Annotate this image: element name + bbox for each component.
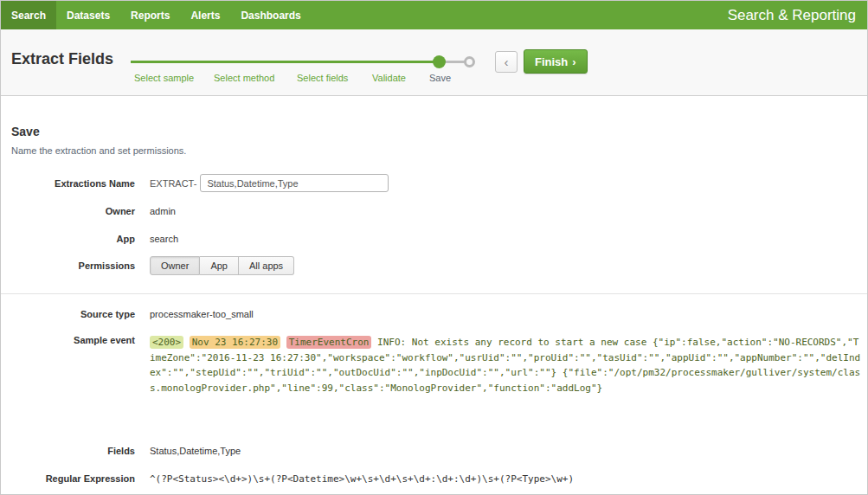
extract-fields-page: Search Datasets Reports Alerts Dashboard… (0, 0, 868, 495)
permissions-row: Permissions Owner App All apps (1, 256, 868, 275)
app-label: App (1, 234, 135, 244)
sample-event-text: <200> Nov 23 16:27:30 TimerEventCron INF… (150, 336, 860, 394)
step-save: Save (429, 73, 451, 83)
nav-item-reports[interactable]: Reports (120, 1, 180, 29)
back-button[interactable] (495, 51, 518, 73)
source-type-label: Source type (1, 309, 135, 319)
finish-button-label: Finish (535, 55, 568, 68)
chevron-left-icon (505, 55, 509, 69)
stepper-track-complete (131, 61, 440, 63)
permissions-button-group: Owner App All apps (150, 256, 294, 275)
sample-event-row: Sample event <200> Nov 23 16:27:30 Timer… (1, 335, 868, 395)
fields-row: FieldsStatus,Datetime,Type (1, 446, 868, 456)
regex-label: Regular Expression (1, 473, 135, 484)
source-type-row: Source typeprocessmaker-too_small (1, 309, 868, 319)
stepper-end-dot (464, 56, 475, 68)
permissions-label: Permissions (1, 256, 135, 271)
permissions-app-button[interactable]: App (200, 256, 239, 275)
extraction-name-prefix: EXTRACT- (150, 178, 196, 189)
owner-label: Owner (1, 206, 135, 216)
owner-value: admin (150, 206, 176, 216)
page-title: Extract Fields (11, 50, 113, 68)
step-select-fields[interactable]: Select fields (297, 73, 348, 83)
fields-label: Fields (1, 446, 135, 456)
source-type-value: processmaker-too_small (150, 309, 254, 319)
top-nav: Search Datasets Reports Alerts Dashboard… (1, 1, 867, 29)
nav-item-dashboards[interactable]: Dashboards (230, 1, 311, 29)
regex-value: ^(?P<Status><\d+>)\s+(?P<Datetime>\w+\s+… (150, 473, 574, 485)
step-select-sample[interactable]: Select sample (134, 73, 194, 83)
highlight-status-field: <200> (150, 336, 183, 349)
stepper-current-dot (433, 55, 446, 68)
nav-item-datasets[interactable]: Datasets (56, 1, 120, 29)
extractions-name-label: Extractions Name (1, 174, 135, 189)
extractions-name-row: Extractions Name EXTRACT- (1, 174, 868, 192)
chevron-right-icon (568, 55, 575, 68)
step-select-method[interactable]: Select method (214, 73, 274, 83)
app-value: search (150, 234, 178, 244)
fields-value: Status,Datetime,Type (150, 446, 241, 456)
app-row: Appsearch (1, 234, 868, 244)
owner-row: Owneradmin (1, 206, 868, 216)
highlight-type-field: TimerEventCron (286, 336, 372, 349)
section-subtitle: Name the extraction and set permissions. (11, 145, 186, 156)
finish-button[interactable]: Finish (524, 49, 588, 74)
page-header: Extract Fields Select sample Select meth… (1, 29, 867, 96)
app-title: Search & Reporting (728, 1, 867, 29)
sample-event-label: Sample event (1, 335, 135, 345)
permissions-owner-button[interactable]: Owner (150, 256, 200, 275)
nav-item-search[interactable]: Search (1, 1, 56, 29)
regex-row: Regular Expression^(?P<Status><\d+>)\s+(… (1, 473, 868, 485)
section-title: Save (11, 125, 40, 138)
progress-stepper: Select sample Select method Select field… (131, 44, 477, 92)
highlight-datetime-field: Nov 23 16:27:30 (190, 336, 280, 349)
section-divider (1, 293, 867, 294)
nav-item-alerts[interactable]: Alerts (180, 1, 230, 29)
extraction-name-input[interactable] (200, 174, 389, 192)
permissions-all-apps-button[interactable]: All apps (239, 256, 294, 275)
step-validate[interactable]: Validate (372, 73, 406, 83)
